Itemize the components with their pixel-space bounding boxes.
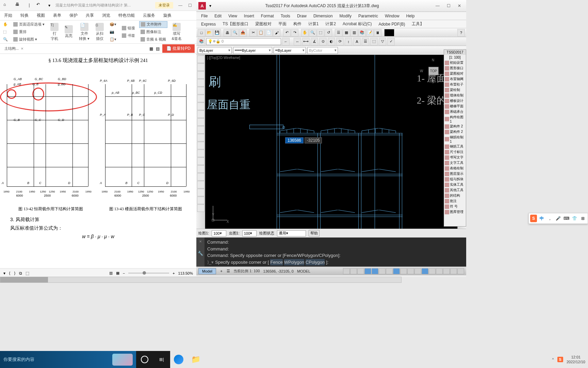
search-input[interactable]: 你要搜索的内容 (3, 356, 107, 363)
sogou-icon[interactable]: S (530, 215, 537, 222)
palette-item[interactable]: 批注 (444, 198, 466, 204)
palette-item[interactable]: 梁构件 2 (444, 124, 466, 129)
menu-parametric[interactable]: Parametric (355, 13, 381, 19)
list-view-icon[interactable]: ▤ (156, 46, 160, 51)
coord-x-input[interactable]: 136586 (285, 137, 304, 143)
tab-share[interactable]: 共享 (82, 11, 98, 20)
tab-protect[interactable]: 保护 (65, 11, 82, 20)
rearrange-button[interactable]: 重排 (12, 29, 46, 35)
keyboard-icon[interactable]: ⌨ (563, 215, 570, 222)
grid-toggle[interactable] (343, 268, 350, 274)
batch-convert-button[interactable]: 📄 批量转PD (162, 44, 195, 53)
hand-icon[interactable]: ✋ (2, 21, 9, 28)
plotstyle-combo[interactable]: ByColor (307, 47, 338, 54)
scrollbar-thumb[interactable] (0, 277, 48, 282)
ray-icon[interactable] (197, 173, 205, 181)
palette-item[interactable]: 基础承台 (444, 109, 466, 114)
typewriter-button[interactable]: T|打字机 (49, 22, 60, 42)
osnap-toggle[interactable] (372, 268, 378, 274)
palette-item[interactable]: 初始设置 (444, 60, 466, 65)
design-center-icon[interactable]: ▦ (343, 29, 350, 36)
menu-format[interactable]: Format (258, 13, 277, 19)
hatch-icon[interactable] (197, 103, 205, 110)
save-icon[interactable]: 💾 (213, 29, 221, 36)
task-view-button[interactable]: ⊞| (153, 351, 170, 368)
ime-lang-toggle[interactable]: 中 (538, 215, 545, 222)
layout-add-icon[interactable]: ＋ (219, 269, 223, 274)
print-icon[interactable]: 🖶 (224, 29, 231, 36)
viewport-label[interactable]: [-][Top][2D Wireframe] (207, 56, 240, 60)
linetype-combo[interactable]: ━━━ ByLayer (233, 47, 272, 54)
zoom-window-icon[interactable]: ⬚ (317, 29, 324, 36)
tab-cloud[interactable]: 云服务 (139, 11, 159, 20)
zoom-out-icon[interactable]: − (123, 271, 125, 275)
palette-item[interactable]: 图层显示 (444, 171, 466, 177)
palette-item[interactable]: 墙体绘制 (444, 93, 466, 98)
dynamic-input[interactable]: 136586 -32105 (285, 137, 322, 143)
palette-item[interactable]: 实体工具 (444, 182, 466, 187)
select-icon[interactable]: ⬚ (2, 29, 9, 35)
palette-item[interactable]: 组与拆块 (444, 177, 466, 182)
match-icon[interactable]: 🖌 (273, 29, 280, 36)
microphone-icon[interactable]: 🎤 (555, 215, 561, 222)
palette-item[interactable]: 尺寸标注 (444, 149, 466, 155)
markup-icon[interactable]: 📝 (366, 29, 374, 36)
doc-tab[interactable]: 土结构...× (2, 45, 26, 52)
minimize-icon[interactable]: — (433, 2, 442, 9)
menu-help[interactable]: Help (403, 13, 418, 19)
palette-item[interactable]: 布置轴网 (444, 76, 466, 82)
read-mode-icon[interactable]: ⬚ (26, 271, 29, 276)
minimize-icon[interactable]: — (178, 3, 183, 8)
insert-camera[interactable]: 📷 (108, 29, 118, 35)
maximize-icon[interactable]: ☐ (444, 2, 453, 9)
palette-item[interactable]: 图库管理 (444, 209, 466, 215)
mline-icon[interactable] (197, 181, 205, 188)
ortho-toggle[interactable] (357, 268, 364, 274)
cmd-option-fence[interactable]: Fence (270, 259, 282, 266)
palette-item[interactable]: 布置柱子 (444, 82, 466, 87)
tool-palette-icon[interactable]: ▥ (350, 29, 358, 36)
polar-toggle[interactable] (364, 268, 371, 274)
explorer-taskbar-icon[interactable]: 📁 (187, 351, 204, 368)
copy-icon[interactable]: 📋 (257, 29, 265, 36)
snap-toggle[interactable] (350, 268, 357, 274)
maximize-icon[interactable]: ☐ (188, 3, 193, 8)
skin-icon[interactable]: 👕 (571, 215, 578, 222)
close-icon[interactable]: × (21, 46, 23, 51)
tab-view[interactable]: 视图 (33, 11, 49, 20)
circle-icon[interactable] (197, 71, 205, 79)
dropdown-icon[interactable]: ▾ (48, 3, 50, 8)
zoom-slider[interactable] (128, 273, 169, 274)
new-icon[interactable]: □ (198, 29, 205, 36)
grid-view-icon[interactable]: ▦ (149, 46, 153, 51)
taskbar-search[interactable]: 你要搜索的内容 (0, 351, 136, 368)
undo-icon[interactable]: ↶ (283, 29, 291, 36)
audio-video-button[interactable]: 音频 & 视频 (139, 36, 167, 43)
zoom-in-icon[interactable]: + (173, 271, 175, 275)
menu-draw[interactable]: Draw (294, 13, 310, 19)
dyn-toggle[interactable] (393, 268, 400, 274)
menu-insert[interactable]: Insert (241, 13, 258, 19)
palette-item[interactable]: 的结构 (444, 193, 466, 198)
menu-modify[interactable]: Modify (336, 13, 355, 19)
cortana-button[interactable] (136, 351, 153, 368)
color-swatch[interactable] (384, 29, 394, 36)
tab-rotate[interactable]: 旋换 (159, 11, 176, 20)
highlight-button[interactable]: ✎高亮 (63, 22, 75, 42)
region-icon[interactable] (197, 150, 205, 157)
wipeout-icon[interactable] (197, 204, 205, 212)
layout-list-icon[interactable]: ☰ (227, 269, 230, 273)
palette-item[interactable]: 符 号 (444, 204, 466, 209)
anno-toggle[interactable] (429, 268, 436, 274)
text-icon[interactable] (197, 110, 205, 118)
redo-icon[interactable]: ↷ (291, 29, 298, 36)
tray-expand-icon[interactable]: ^ (552, 357, 554, 362)
page-input-dropdown[interactable]: ▾ (3, 271, 5, 276)
ducs-toggle[interactable] (386, 268, 393, 274)
ws-toggle[interactable] (436, 268, 443, 274)
bookmark-button[interactable]: 书签 (120, 32, 136, 39)
pan-icon[interactable]: ✋ (301, 29, 309, 36)
table-icon[interactable] (197, 142, 205, 149)
properties-icon[interactable]: ☰ (335, 29, 342, 36)
color-combo[interactable]: ByLayer (198, 47, 232, 54)
